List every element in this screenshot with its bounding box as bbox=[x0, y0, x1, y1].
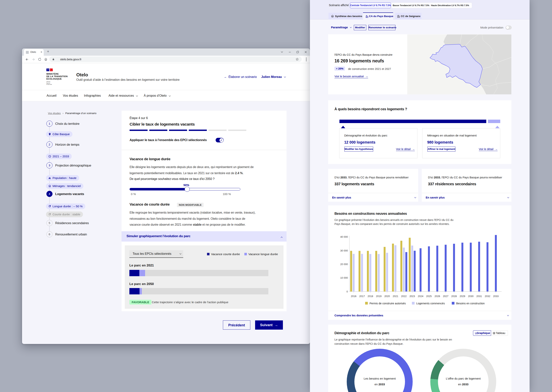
svg-text:2019: 2019 bbox=[376, 295, 381, 298]
svg-text:2020: 2020 bbox=[384, 295, 390, 298]
svg-text:2028: 2028 bbox=[451, 295, 457, 298]
svg-text:20 000: 20 000 bbox=[340, 263, 348, 266]
svg-text:2018: 2018 bbox=[368, 295, 373, 298]
svg-text:30 000: 30 000 bbox=[340, 249, 348, 252]
svg-text:40 000: 40 000 bbox=[340, 235, 348, 238]
svg-text:2027: 2027 bbox=[443, 295, 449, 298]
svg-text:2031: 2031 bbox=[476, 295, 482, 298]
svg-text:2017: 2017 bbox=[359, 295, 365, 298]
svg-text:10 000: 10 000 bbox=[340, 276, 348, 279]
svg-text:2024: 2024 bbox=[418, 295, 423, 298]
svg-text:2030: 2030 bbox=[468, 295, 474, 298]
svg-text:2032: 2032 bbox=[485, 295, 490, 298]
svg-text:2033: 2033 bbox=[493, 295, 499, 298]
svg-text:2025: 2025 bbox=[426, 295, 432, 298]
svg-text:2016: 2016 bbox=[351, 295, 356, 298]
svg-text:0: 0 bbox=[347, 290, 348, 293]
svg-text:2029: 2029 bbox=[460, 295, 465, 298]
svg-text:2023: 2023 bbox=[409, 295, 415, 298]
svg-text:2026: 2026 bbox=[435, 295, 440, 298]
svg-text:2021: 2021 bbox=[393, 295, 398, 298]
svg-text:2022: 2022 bbox=[401, 295, 407, 298]
